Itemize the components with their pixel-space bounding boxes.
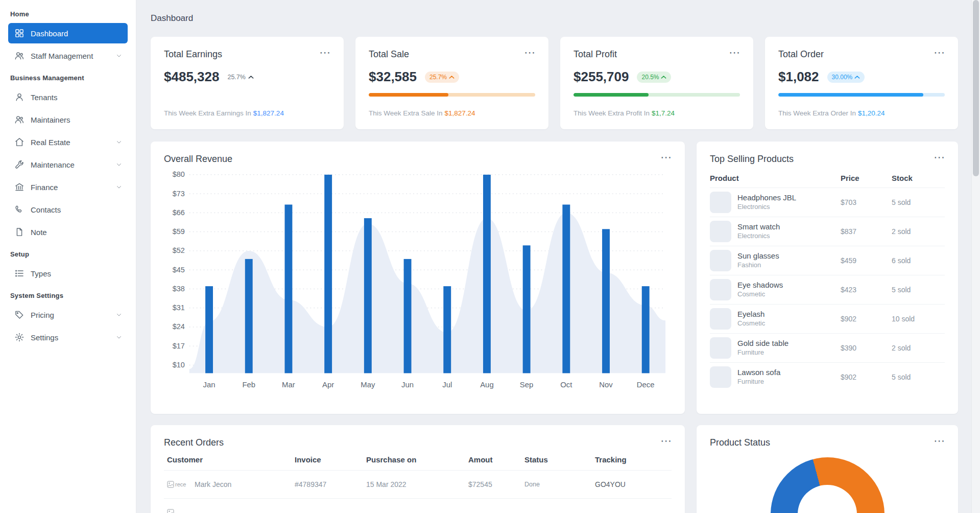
svg-text:$17: $17: [173, 342, 185, 350]
stat-title: Total Profit: [573, 49, 617, 60]
svg-text:Jan: Jan: [203, 381, 216, 389]
sidebar-item-contacts[interactable]: Contacts: [8, 199, 128, 220]
progress-bar: [778, 93, 945, 97]
card-title: Top Selling Products: [710, 154, 794, 165]
product-thumbnail: [710, 366, 731, 388]
sidebar-item-label: Real Estate: [31, 138, 70, 147]
svg-text:May: May: [361, 381, 375, 389]
sidebar-item-maintainers[interactable]: Maintainers: [8, 109, 128, 130]
revenue-bar-chart: $10$17$24$31$38$45$52$59$66$73$80JanFebM…: [164, 167, 672, 394]
svg-text:Aug: Aug: [480, 381, 494, 389]
sidebar-item-label: Dashboard: [31, 29, 68, 38]
sidebar-item-label: Note: [31, 228, 47, 237]
caret-up-icon: [854, 75, 860, 79]
sidebar-item-real-estate[interactable]: Real Estate: [8, 132, 128, 152]
product-row[interactable]: Smart watch Electronics $837 2 sold: [710, 217, 945, 246]
column-header: Amout: [468, 455, 524, 464]
stat-card-total-order: Total Order ⋯ $1,082 30.00% This Week Ex…: [765, 37, 958, 129]
broken-image-icon: [167, 481, 174, 488]
product-price: $902: [841, 373, 892, 381]
card-menu-icon[interactable]: ⋯: [934, 154, 945, 161]
product-price: $837: [841, 227, 892, 236]
sidebar-item-tenants[interactable]: Tenants: [8, 87, 128, 107]
sidebar-item-staff-management[interactable]: Staff Management: [8, 45, 128, 66]
product-row[interactable]: Gold side table Furniture $390 2 sold: [710, 334, 945, 363]
users-icon: [14, 51, 25, 61]
card-menu-icon[interactable]: ⋯: [319, 49, 330, 56]
stat-change-badge: 20.5%: [637, 72, 671, 83]
svg-text:Feb: Feb: [242, 381, 255, 389]
card-menu-icon[interactable]: ⋯: [660, 437, 672, 445]
product-thumbnail: [710, 192, 731, 213]
sidebar-item-label: Settings: [31, 333, 58, 342]
stat-change-badge: 30.00%: [827, 72, 865, 83]
card-menu-icon[interactable]: ⋯: [729, 49, 740, 56]
order-purchase-date: 15 Mar 2022: [366, 480, 468, 488]
sidebar-item-pricing[interactable]: Pricing: [8, 305, 128, 325]
card-title: Product Status: [710, 437, 770, 448]
vertical-scrollbar[interactable]: [971, 0, 980, 513]
svg-text:Mar: Mar: [282, 381, 295, 389]
product-price: $423: [841, 286, 892, 294]
scrollbar-thumb[interactable]: [973, 0, 979, 176]
stat-title: Total Sale: [369, 49, 409, 60]
stat-note: This Week Extra Earnings In$1,827.24: [164, 109, 330, 117]
sidebar: Home Dashboard Staff Management Business…: [0, 0, 136, 513]
sidebar-item-label: Maintenance: [31, 160, 75, 169]
progress-bar: [573, 93, 740, 97]
order-row[interactable]: rece Mark Jecon #4789347 15 Mar 2022 $72…: [164, 471, 672, 499]
product-stock: 6 sold: [892, 256, 945, 265]
app-root: Home Dashboard Staff Management Business…: [0, 0, 980, 513]
product-row[interactable]: Eyelash Cosmetic $902 10 sold: [710, 305, 945, 334]
svg-text:Jun: Jun: [401, 381, 414, 389]
sidebar-item-label: Tenants: [31, 93, 58, 102]
stat-note: This Week Extra Profit In$1,7.24: [573, 109, 740, 117]
product-thumbnail: [710, 221, 731, 242]
svg-text:$45: $45: [173, 266, 185, 274]
product-row[interactable]: Headphones JBL Electronics $703 5 sold: [710, 188, 945, 217]
chevron-down-icon: [115, 52, 123, 59]
svg-text:Jul: Jul: [442, 381, 452, 389]
card-menu-icon[interactable]: ⋯: [934, 49, 945, 56]
sidebar-item-note[interactable]: Note: [8, 222, 128, 242]
top-selling-products-card: Top Selling Products ⋯ Product Price Sto…: [697, 142, 958, 414]
sidebar-item-finance[interactable]: Finance: [8, 177, 128, 197]
broken-image-icon: [167, 509, 174, 513]
svg-text:$80: $80: [173, 170, 185, 178]
product-row[interactable]: Sun glasses Fashion $459 6 sold: [710, 246, 945, 275]
stat-change-badge: 25.7%: [425, 72, 459, 83]
sidebar-item-types[interactable]: Types: [8, 263, 128, 284]
product-row[interactable]: Eye shadows Cosmetic $423 5 sold: [710, 275, 945, 305]
recent-orders-card: Recent Orders ⋯ Customer Invoice Pusrcha…: [151, 425, 685, 513]
order-row-partial[interactable]: [164, 499, 672, 513]
caret-up-icon: [449, 75, 455, 79]
note-icon: [14, 227, 25, 237]
sidebar-item-settings[interactable]: Settings: [8, 327, 128, 347]
svg-text:Oct: Oct: [560, 381, 572, 389]
progress-bar: [369, 93, 535, 97]
sidebar-item-maintenance[interactable]: Maintenance: [8, 154, 128, 175]
product-price: $390: [841, 344, 892, 352]
stat-value: $255,709: [573, 69, 629, 85]
page-title: Dashboard: [151, 13, 958, 24]
card-menu-icon[interactable]: ⋯: [660, 154, 672, 161]
products-table: Product Price Stock Headphones JBL Elect…: [710, 171, 945, 391]
card-menu-icon[interactable]: ⋯: [934, 437, 945, 445]
product-thumbnail: [710, 337, 731, 359]
order-customer: Mark Jecon: [195, 480, 231, 488]
order-amount: $72545: [468, 480, 524, 488]
sidebar-item-dashboard[interactable]: Dashboard: [8, 23, 128, 43]
svg-text:Dece: Dece: [637, 381, 655, 389]
stat-value: $485,328: [164, 69, 219, 85]
chevron-down-icon: [115, 138, 123, 146]
order-tracking: GO4YOU: [595, 480, 672, 488]
caret-up-icon: [661, 75, 666, 79]
sidebar-section-system-settings: System Settings: [10, 292, 126, 299]
product-row[interactable]: Lawson sofa Furniture $902 5 sold: [710, 363, 945, 391]
sidebar-item-label: Pricing: [31, 311, 54, 319]
grid-icon: [14, 28, 25, 38]
product-status-card: Product Status ⋯: [697, 425, 958, 513]
stat-card-total-sale: Total Sale ⋯ $32,585 25.7% This Week Ext…: [355, 37, 548, 129]
card-menu-icon[interactable]: ⋯: [524, 49, 535, 56]
stat-card-total-earnings: Total Earnings ⋯ $485,328 25.7% This Wee…: [151, 37, 344, 129]
